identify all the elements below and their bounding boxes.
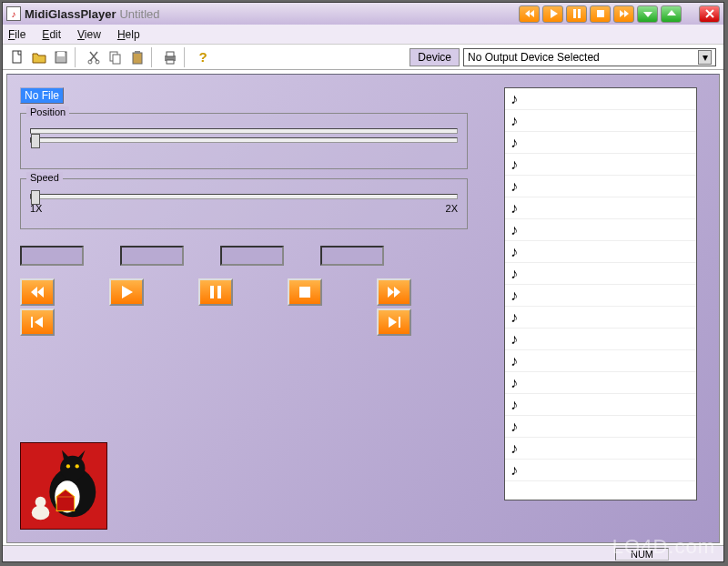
playlist-row[interactable]: ♪	[505, 241, 696, 263]
svg-point-21	[60, 456, 85, 480]
playlist-row[interactable]: ♪	[505, 328, 696, 350]
speed-group: Speed 1X 2X	[20, 178, 468, 229]
playlist-row[interactable]: ♪	[505, 88, 696, 110]
svg-rect-1	[13, 51, 21, 63]
device-selected-text: No Output Device Selected	[468, 51, 600, 64]
playlist-row[interactable]: ♪	[505, 154, 696, 176]
stop-button[interactable]	[288, 278, 322, 306]
forward-button[interactable]	[377, 278, 411, 306]
playlist-row[interactable]: ♪	[505, 285, 696, 307]
titlebar-stop-button[interactable]	[590, 5, 611, 23]
playlist-row[interactable]: ♪	[505, 176, 696, 197]
svg-point-25	[35, 497, 46, 508]
app-icon: ♪	[6, 6, 21, 21]
playlist-row[interactable]: ♪	[505, 438, 696, 460]
file-label: No File	[20, 87, 64, 104]
svg-rect-26	[56, 497, 75, 511]
device-label: Device	[410, 48, 460, 66]
toolbar-print-button[interactable]	[159, 47, 181, 67]
document-title: Untitled	[119, 7, 159, 21]
toolbar-help-button[interactable]: ?	[192, 47, 214, 67]
svg-rect-8	[133, 53, 142, 64]
titlebar-close-button[interactable]	[699, 5, 720, 23]
svg-rect-14	[210, 286, 214, 298]
status-num: NUM	[615, 548, 669, 561]
speed-slider[interactable]	[30, 194, 458, 199]
svg-rect-3	[57, 52, 65, 56]
titlebar-pause-button[interactable]	[566, 5, 587, 23]
svg-rect-17	[399, 317, 400, 328]
playlist-row[interactable]: ♪	[505, 394, 696, 416]
titlebar-rewind-button[interactable]	[519, 5, 540, 23]
info-box-4	[320, 246, 384, 266]
playlist-row[interactable]: ♪	[505, 350, 696, 372]
info-box-1	[20, 246, 84, 266]
svg-rect-15	[217, 286, 221, 298]
speed-labels: 1X 2X	[28, 203, 460, 214]
toolbar-separator-2	[151, 47, 157, 67]
content-area: No File Position Speed 1X 2X	[6, 74, 720, 543]
svg-rect-9	[135, 51, 140, 54]
playlist-row[interactable]: ♪	[505, 372, 696, 394]
titlebar-forward-button[interactable]	[613, 5, 634, 23]
playlist-row[interactable]: ♪	[505, 132, 696, 154]
cat-image-icon	[21, 443, 106, 529]
menu-help[interactable]: Help	[117, 28, 140, 41]
skip-back-button[interactable]	[20, 308, 55, 336]
menu-view[interactable]: View	[77, 28, 101, 41]
playlist-row[interactable]: ♪	[505, 197, 696, 219]
position-slider-thumb[interactable]	[31, 134, 40, 148]
speed-slider-thumb[interactable]	[31, 190, 40, 205]
toolbar-new-button[interactable]	[6, 47, 28, 67]
playlist-row[interactable]: ♪	[505, 460, 696, 481]
svg-rect-12	[167, 60, 174, 64]
svg-rect-11	[167, 52, 174, 56]
svg-point-22	[66, 464, 70, 468]
titlebar-down-button[interactable]	[637, 5, 658, 23]
device-dropdown[interactable]: No Output Device Selected ▾	[463, 48, 716, 66]
dropdown-arrow-icon: ▾	[698, 50, 712, 65]
svg-point-24	[32, 506, 50, 521]
speed-max-label: 2X	[446, 203, 458, 214]
info-boxes	[20, 246, 468, 266]
app-window: ♪ MidiGlassPlayer Untitled File Edit Vie…	[2, 2, 724, 562]
speed-legend: Speed	[26, 172, 63, 183]
device-box: Device No Output Device Selected ▾	[410, 48, 720, 66]
toolbar-paste-button[interactable]	[126, 47, 148, 67]
album-art	[20, 442, 107, 530]
toolbar-separator	[75, 47, 80, 67]
svg-rect-16	[299, 287, 310, 298]
menu-file[interactable]: File	[8, 28, 25, 41]
menu-edit[interactable]: Edit	[42, 28, 61, 41]
toolbar-cut-button[interactable]	[83, 47, 105, 67]
position-slider[interactable]	[30, 137, 458, 143]
left-pane: No File Position Speed 1X 2X	[20, 87, 468, 336]
menubar: File Edit View Help	[3, 25, 723, 45]
playlist-row[interactable]: ♪	[505, 263, 696, 285]
titlebar-up-button[interactable]	[661, 5, 682, 23]
control-buttons	[20, 278, 468, 336]
titlebar: ♪ MidiGlassPlayer Untitled	[3, 3, 723, 25]
toolbar-separator-3	[184, 47, 189, 67]
rewind-button[interactable]	[20, 278, 55, 306]
playlist-row[interactable]: ♪	[505, 219, 696, 241]
statusbar: NUM	[3, 545, 723, 561]
position-group: Position	[20, 113, 468, 169]
titlebar-text: MidiGlassPlayer Untitled	[25, 7, 516, 21]
playlist-panel[interactable]: ♪♪♪♪♪♪♪♪♪♪♪♪♪♪♪♪♪♪	[504, 87, 697, 500]
playlist-row[interactable]: ♪	[505, 307, 696, 328]
toolbar-open-button[interactable]	[28, 47, 50, 67]
playlist-row[interactable]: ♪	[505, 110, 696, 132]
pause-button[interactable]	[198, 278, 233, 306]
info-box-3	[220, 246, 284, 266]
play-button[interactable]	[109, 278, 144, 306]
titlebar-play-button[interactable]	[542, 5, 563, 23]
toolbar-copy-button[interactable]	[105, 47, 126, 67]
toolbar-save-button[interactable]	[50, 47, 72, 67]
svg-rect-7	[113, 55, 120, 64]
playlist-row[interactable]: ♪	[505, 416, 696, 438]
skip-forward-button[interactable]	[377, 308, 411, 336]
info-box-2	[120, 246, 184, 266]
position-progress	[30, 128, 458, 134]
svg-rect-0	[597, 10, 604, 17]
